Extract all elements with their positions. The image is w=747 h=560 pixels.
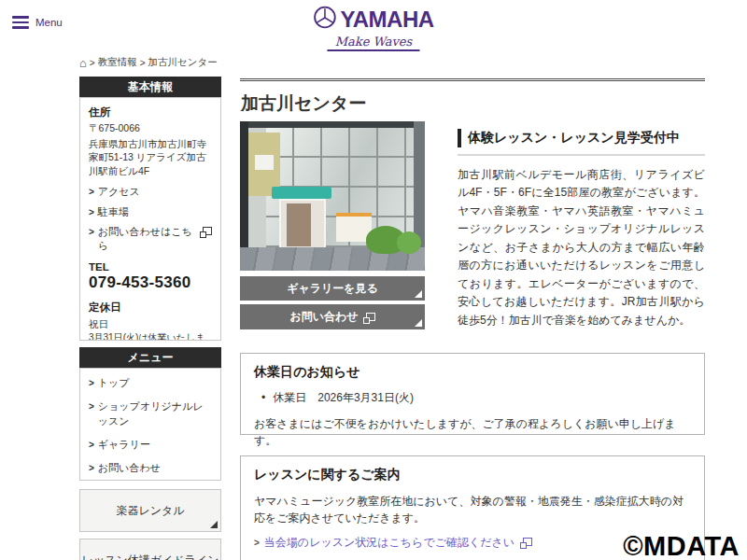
lesson-info-body: ヤマハミュージック教室所在地において、対象の警報・地震発生・感染症拡大時の対応を… bbox=[254, 493, 691, 526]
sidebar-item-gallery[interactable]: ギャラリー bbox=[89, 438, 212, 453]
instrument-rental-label: 楽器レンタル bbox=[116, 503, 184, 519]
photo-detail bbox=[287, 203, 311, 246]
sidebar-link-label: アクセス bbox=[98, 185, 140, 199]
sidebar-item-shop-original-lesson[interactable]: ショップオリジナルレッスン bbox=[89, 399, 212, 429]
main-content: 加古川センター ギャラリーを見る お問い合わせ bbox=[240, 78, 705, 116]
chevron-right-icon bbox=[254, 538, 260, 548]
closure-notice-bullet: 休業日 2026年3月31日(火) bbox=[261, 390, 691, 406]
chevron-right-icon bbox=[89, 462, 94, 476]
lesson-cancellation-guideline-label: レッスン休講ガイドライン bbox=[82, 553, 219, 560]
instrument-rental-button[interactable]: 楽器レンタル bbox=[79, 489, 221, 532]
sidebar-item-contact[interactable]: お問い合わせ bbox=[89, 461, 212, 476]
chevron-right-icon bbox=[89, 439, 94, 453]
closed-days-note: 3月31日(火)は休業いたします。 bbox=[89, 331, 212, 341]
yamaha-logo[interactable]: YAMAHA Make Waves bbox=[313, 6, 433, 51]
page-title: 加古川センター bbox=[241, 91, 705, 116]
logo-tagline: Make Waves bbox=[328, 35, 419, 51]
photo-detail bbox=[397, 231, 421, 254]
trial-lesson-description: 加古川駅前ベルデモール商店街、リアライズビル4F・5F・6Fに全15部屋の教室が… bbox=[458, 166, 705, 329]
closure-notice-body: お客さまにはご不便をおかけいたしますが、ご了承の程よろしくお願い申し上げます。 bbox=[254, 415, 691, 449]
contact-label: お問い合わせ bbox=[289, 309, 358, 325]
chevron-right-icon bbox=[89, 377, 94, 391]
external-link-icon bbox=[366, 313, 375, 321]
address-label: 住所 bbox=[89, 105, 212, 119]
basic-info-header: 基本情報 bbox=[79, 77, 221, 97]
sidebar-item-label: ショップオリジナルレッスン bbox=[98, 399, 212, 429]
address-text: 兵庫県加古川市加古川町寺家町51-13 リアライズ加古川駅前ビル4F bbox=[89, 137, 212, 178]
sidebar-item-label: お問い合わせ bbox=[98, 461, 161, 476]
hamburger-icon bbox=[12, 16, 29, 29]
view-gallery-label: ギャラリーを見る bbox=[287, 281, 378, 297]
sidebar-link-contact[interactable]: お問い合わせはこちら bbox=[89, 225, 212, 253]
corner-triangle-icon bbox=[415, 290, 422, 298]
menu-toggle-label: Menu bbox=[35, 17, 63, 28]
page: Menu YAMAHA Make Waves ⌂ 教室情報 加古川センター bbox=[0, 0, 747, 560]
chevron-right-icon bbox=[89, 186, 94, 199]
center-exterior-photo bbox=[240, 121, 425, 271]
photo-detail bbox=[255, 155, 274, 170]
basic-info-box: 住所 〒675-0066 兵庫県加古川市加古川町寺家町51-13 リアライズ加古… bbox=[79, 97, 221, 341]
trial-lesson-section: 体験レッスン・レッスン見学受付中 加古川駅前ベルデモール商店街、リアライズビル4… bbox=[458, 129, 705, 329]
photo-detail bbox=[272, 187, 331, 199]
title-divider bbox=[240, 78, 705, 81]
lesson-info-title: レッスンに関するご案内 bbox=[254, 467, 691, 483]
corner-triangle-icon bbox=[210, 521, 218, 528]
closure-date-text: 休業日 2026年3月31日(火) bbox=[273, 390, 414, 406]
sidebar-link-access[interactable]: アクセス bbox=[89, 185, 212, 199]
lesson-status-link-label: 当会場のレッスン状況はこちらでご確認ください bbox=[264, 535, 514, 551]
sidebar-menu-header: メニュー bbox=[79, 347, 221, 368]
closed-days-label: 定休日 bbox=[89, 301, 212, 315]
chevron-right-icon bbox=[89, 206, 94, 219]
external-link-icon bbox=[203, 227, 212, 235]
closed-days-value: 祝日 bbox=[89, 317, 212, 330]
breadcrumb-item-kyoshitsu[interactable]: 教室情報 bbox=[98, 56, 137, 69]
yamaha-tuning-fork-icon bbox=[313, 6, 336, 33]
sidebar-item-label: トップ bbox=[98, 376, 130, 391]
sidebar-item-top[interactable]: トップ bbox=[89, 376, 212, 391]
logo-brand-text: YAMAHA bbox=[340, 7, 433, 33]
home-icon[interactable]: ⌂ bbox=[79, 57, 87, 69]
sidebar-link-label: お問い合わせはこちら bbox=[98, 225, 195, 253]
trial-heading-wrap: 体験レッスン・レッスン見学受付中 bbox=[458, 129, 705, 156]
external-link-icon bbox=[523, 538, 532, 546]
corner-triangle-icon bbox=[415, 319, 422, 327]
menu-toggle-button[interactable]: Menu bbox=[12, 16, 63, 29]
view-gallery-button[interactable]: ギャラリーを見る bbox=[240, 276, 425, 301]
breadcrumb-separator bbox=[140, 57, 146, 68]
breadcrumb: ⌂ 教室情報 加古川センター bbox=[79, 56, 218, 69]
closure-notice-title: 休業日のお知らせ bbox=[254, 364, 691, 381]
tel-label: TEL bbox=[89, 261, 212, 273]
chevron-right-icon bbox=[89, 400, 94, 414]
photo-detail bbox=[240, 121, 425, 128]
contact-button[interactable]: お問い合わせ bbox=[240, 304, 425, 329]
trial-lesson-heading: 体験レッスン・レッスン見学受付中 bbox=[458, 129, 705, 147]
chevron-right-icon bbox=[89, 226, 94, 239]
watermark: ©MDATA bbox=[623, 531, 740, 560]
sidebar-link-label: 駐車場 bbox=[98, 205, 129, 219]
breadcrumb-item-current: 加古川センター bbox=[148, 56, 218, 69]
sidebar-link-parking[interactable]: 駐車場 bbox=[89, 205, 212, 219]
breadcrumb-separator bbox=[90, 57, 95, 68]
sidebar-menu-box: トップ ショップオリジナルレッスン ギャラリー お問い合わせ 教室レンタルオンラ… bbox=[79, 368, 221, 481]
bullet-icon bbox=[261, 391, 265, 404]
closure-notice-box: 休業日のお知らせ 休業日 2026年3月31日(火) お客さまにはご不便をおかけ… bbox=[240, 353, 705, 435]
tel-number: 079-453-5360 bbox=[89, 273, 212, 292]
lesson-cancellation-guideline-button[interactable]: レッスン休講ガイドライン bbox=[79, 539, 221, 560]
sidebar-item-label: ギャラリー bbox=[98, 438, 150, 453]
postal-code: 〒675-0066 bbox=[89, 121, 212, 135]
